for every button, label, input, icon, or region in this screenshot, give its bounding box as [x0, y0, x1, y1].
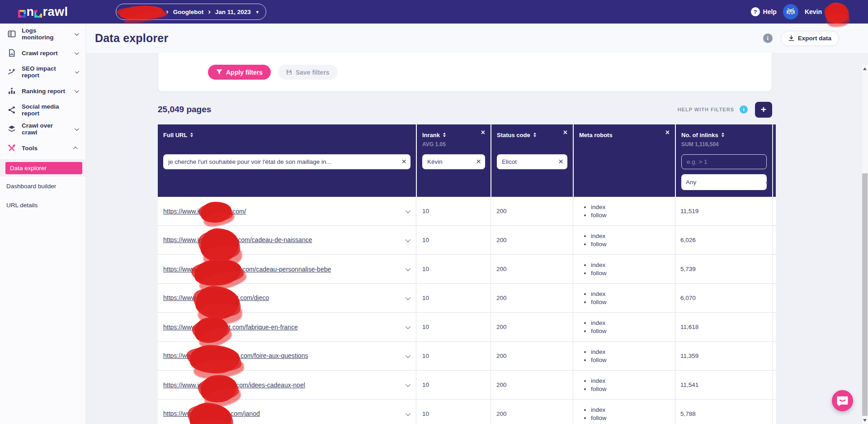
scrollbar-up-arrow-icon[interactable]	[863, 67, 867, 70]
table-row: https://wwt.com/foire-aux-questions 10 2…	[158, 342, 772, 371]
help-icon[interactable]: ?	[751, 7, 760, 16]
table-row: https://www.t.com/djeco 10 200 index fol…	[158, 284, 772, 313]
sidebar-item-tools[interactable]: Tools	[0, 138, 85, 157]
chevron-down-icon[interactable]	[406, 237, 410, 242]
cell-inlinks: 6,070	[675, 284, 772, 312]
sidebar-item-logs-monitoring[interactable]: Logs monitoring	[0, 24, 85, 43]
redaction-scribble-project	[119, 5, 163, 21]
sidebar-item-data-explorer[interactable]: Data explorer	[5, 162, 82, 174]
help-link[interactable]: Help	[763, 8, 777, 15]
chevron-down-icon[interactable]	[406, 410, 410, 415]
save-filters-label: Save filters	[296, 69, 330, 76]
clear-input-icon[interactable]: ×	[558, 157, 563, 167]
table-row: https://www.je.com/idees-cadeaux-noel 10…	[158, 371, 772, 400]
oncrawl-logo[interactable]: nrawl	[0, 5, 86, 19]
cell-inlinks: 6,026	[675, 226, 772, 254]
export-data-button[interactable]: Export data	[781, 31, 839, 46]
apply-filters-button[interactable]: Apply filters	[208, 65, 271, 80]
page-url-link[interactable]: https://wwwet.com/fabrique-en-france	[163, 324, 298, 331]
add-column-button[interactable]: +	[755, 102, 772, 118]
page-header: Data explorer i Export data	[86, 24, 868, 53]
sidebar-item-label: Crawl over crawl	[22, 122, 69, 136]
cell-inlinks: 11,541	[675, 371, 772, 399]
chevron-up-icon[interactable]	[73, 146, 78, 151]
vertical-scrollbar[interactable]	[861, 65, 868, 424]
sidebar-item-dashboard-builder[interactable]: Dashboard builder	[0, 176, 85, 195]
chevron-down-icon[interactable]	[406, 381, 410, 386]
meta-robots-value: follow	[591, 356, 607, 364]
cell-inrank: 10	[416, 400, 491, 424]
sidebar-item-social-media-report[interactable]: Social media report	[0, 100, 85, 119]
save-filters-button[interactable]: Save filters	[278, 65, 338, 80]
page-url-link[interactable]: https://www.je.com/idees-cadeaux-noel	[163, 381, 305, 389]
sidebar-item-url-details[interactable]: URL details	[0, 195, 85, 214]
remove-column-icon[interactable]: ×	[563, 129, 567, 136]
user-name[interactable]: Kevin	[805, 8, 822, 15]
sort-icon[interactable]	[533, 131, 536, 138]
sort-icon[interactable]	[443, 131, 446, 138]
chevron-down-icon[interactable]	[406, 266, 410, 271]
column-header-inrank: Inrank × AVG 1.05 ×	[416, 124, 491, 197]
breadcrumb-crawler[interactable]: Googlebot	[173, 9, 204, 15]
save-icon	[286, 69, 292, 75]
cell-inlinks: 5,788	[675, 400, 772, 424]
help-filters-info-icon[interactable]: i	[740, 105, 748, 114]
breadcrumb-caret-icon[interactable]: ▾	[256, 10, 259, 14]
meta-robots-value: follow	[591, 269, 607, 277]
page-url-link[interactable]: https://www.jet.com/	[163, 208, 246, 215]
chevron-down-icon[interactable]	[75, 31, 79, 36]
page-url-link[interactable]: https://ww.com/janod	[163, 410, 260, 417]
cell-meta-robots: index follow	[573, 371, 675, 399]
chat-bubble-icon	[836, 395, 849, 407]
cell-inlinks: 11,618	[675, 313, 772, 341]
breadcrumb-date[interactable]: Jan 11, 2023	[215, 9, 251, 15]
meta-robots-value: follow	[591, 211, 607, 219]
cell-full-url: https://wwwet.com/fabrique-en-france	[158, 313, 416, 341]
chevron-down-icon[interactable]	[75, 69, 79, 73]
chevron-down-icon[interactable]	[406, 208, 410, 213]
inlinks-operator-select[interactable]: Any ▾	[681, 174, 767, 190]
oncrawl-logo-text: nrawl	[18, 5, 68, 19]
page-url-link[interactable]: https://www.je.com/cadeau-de-naissance	[163, 236, 312, 244]
cell-meta-robots: index follow	[573, 284, 675, 312]
chat-launcher-button[interactable]	[832, 390, 853, 411]
full-url-filter-input[interactable]	[163, 154, 410, 169]
scrollbar-down-arrow-icon[interactable]	[863, 419, 867, 422]
meta-robots-value: index	[591, 232, 607, 240]
chevron-down-icon[interactable]	[406, 353, 410, 357]
clear-input-icon[interactable]: ×	[476, 157, 481, 167]
cell-full-url: https://wwt.com/foire-aux-questions	[158, 342, 416, 370]
sidebar-item-crawl-report[interactable]: Crawl report	[0, 43, 85, 62]
page-url-link[interactable]: https://wwwt.com/cadeau-personnalise-beb…	[163, 266, 331, 273]
redaction-scribble-url	[189, 344, 241, 375]
chevron-down-icon[interactable]	[406, 324, 410, 329]
sort-icon[interactable]	[190, 131, 193, 138]
breadcrumb[interactable]: › Googlebot › Jan 11, 2023 ▾	[116, 4, 266, 20]
chevron-down-icon[interactable]	[406, 295, 410, 300]
user-avatar[interactable]	[783, 4, 798, 19]
cell-inrank: 10	[416, 371, 491, 399]
sort-icon[interactable]	[722, 131, 724, 138]
sidebar-active-band: Data explorer	[0, 159, 85, 176]
status-code-filter-input[interactable]	[497, 154, 567, 169]
scrollbar-thumb[interactable]	[862, 173, 868, 416]
meta-robots-value: follow	[591, 385, 607, 393]
page-url-link[interactable]: https://wwt.com/foire-aux-questions	[163, 352, 308, 359]
inlinks-filter-input[interactable]	[681, 154, 767, 169]
column-header-inlinks: No. of inlinks SUM 1,116,504 Any ▾	[675, 124, 772, 197]
sidebar-item-ranking-report[interactable]: Ranking report	[0, 81, 85, 100]
chevron-down-icon[interactable]	[75, 126, 79, 131]
cell-inlinks: 5,739	[675, 255, 772, 283]
remove-column-icon[interactable]: ×	[665, 129, 670, 136]
sidebar-item-seo-impact-report[interactable]: SEO impact report	[0, 62, 85, 81]
crawl-report-icon	[8, 49, 16, 57]
chevron-down-icon[interactable]	[75, 50, 79, 55]
sidebar-item-crawl-over-crawl[interactable]: Crawl over crawl	[0, 119, 85, 138]
remove-column-icon[interactable]: ×	[481, 129, 485, 136]
page-url-link[interactable]: https://www.t.com/djeco	[163, 294, 269, 302]
chevron-down-icon[interactable]	[75, 88, 79, 93]
info-icon[interactable]: i	[763, 33, 773, 43]
download-icon	[788, 35, 794, 41]
clear-input-icon[interactable]: ×	[401, 157, 406, 167]
cell-inrank: 10	[416, 197, 491, 225]
